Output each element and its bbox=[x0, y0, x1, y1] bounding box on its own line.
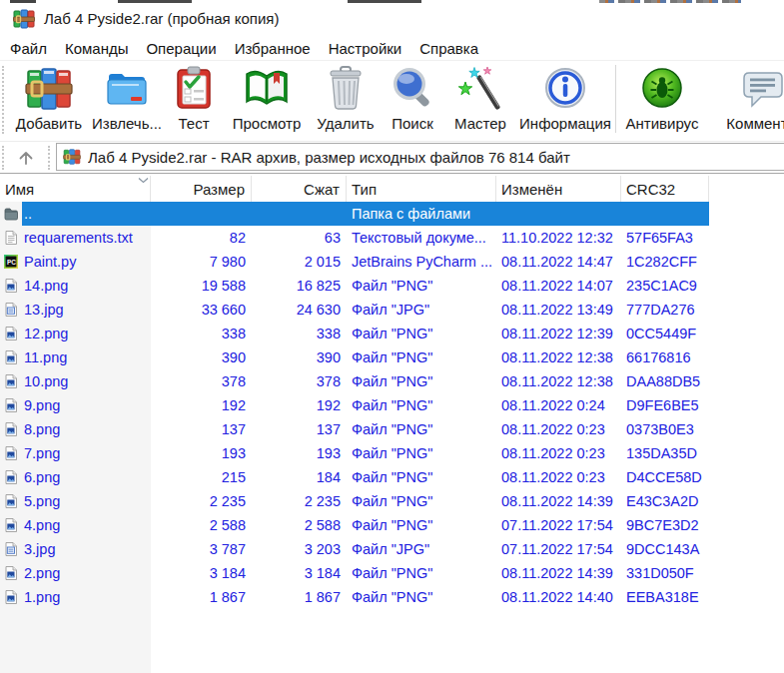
menu-item-help[interactable]: Справка bbox=[417, 39, 480, 58]
column-header-crc[interactable]: CRC32 bbox=[621, 176, 709, 202]
file-type: Файл "PNG" bbox=[347, 274, 496, 298]
file-crc bbox=[621, 202, 709, 226]
file-row[interactable]: 5.png2 2352 235Файл "PNG"08.11.2022 14:3… bbox=[0, 489, 709, 513]
file-icon-slot bbox=[0, 298, 22, 322]
toolbar-delete-button[interactable]: Удалить bbox=[310, 61, 382, 140]
file-modified: 08.11.2022 14:39 bbox=[496, 489, 621, 513]
file-type: Текстовый докуме... bbox=[347, 226, 496, 250]
file-packed: 3 184 bbox=[252, 561, 347, 585]
text-file-icon bbox=[3, 230, 19, 246]
file-row[interactable]: 3.jpg3 7873 203Файл "JPG"07.11.2022 17:5… bbox=[0, 537, 709, 561]
toolbar-find-button[interactable]: Поиск bbox=[382, 61, 443, 140]
file-size: 2 235 bbox=[151, 489, 252, 513]
file-type: Файл "PNG" bbox=[347, 345, 496, 369]
file-icon-slot bbox=[0, 561, 22, 585]
file-name-cell: 9.png bbox=[0, 393, 151, 417]
png-file-icon bbox=[3, 349, 19, 365]
sort-chevron-down-icon bbox=[138, 177, 149, 184]
file-packed bbox=[252, 202, 347, 226]
menu-item-options[interactable]: Настройки bbox=[327, 39, 404, 58]
address-bar-divider bbox=[0, 173, 784, 174]
file-row[interactable]: 1.png1 8671 867Файл "PNG"08.11.2022 14:4… bbox=[0, 585, 709, 609]
file-type: Папка с файлами bbox=[347, 202, 496, 226]
file-row[interactable]: 12.png338338Файл "PNG"08.11.2022 12:390C… bbox=[0, 322, 709, 345]
file-row[interactable]: 7.png193193Файл "PNG"08.11.2022 0:23135D… bbox=[0, 441, 709, 465]
menu-item-file[interactable]: Файл bbox=[8, 39, 49, 58]
toolbar-test-button[interactable]: Тест bbox=[164, 61, 224, 140]
file-crc: 66176816 bbox=[621, 345, 709, 369]
file-row[interactable]: 13.jpg33 66024 630Файл "JPG"08.11.2022 1… bbox=[0, 298, 709, 322]
menu-bar: ФайлКомандыОперацииИзбранноеНастройкиСпр… bbox=[0, 36, 784, 61]
file-name: 13.jpg bbox=[22, 298, 151, 322]
column-header-size[interactable]: Размер bbox=[151, 176, 252, 202]
file-name-cell: 13.jpg bbox=[0, 298, 151, 322]
file-row[interactable]: 8.png137137Файл "PNG"08.11.2022 0:230373… bbox=[0, 417, 709, 441]
file-row[interactable]: requarements.txt8263Текстовый докуме...1… bbox=[0, 226, 709, 250]
address-field-grip[interactable] bbox=[48, 146, 50, 170]
file-size: 33 660 bbox=[151, 298, 252, 322]
file-row[interactable]: 10.png378378Файл "PNG"08.11.2022 12:38DA… bbox=[0, 369, 709, 393]
file-crc: E43C3A2D bbox=[621, 489, 709, 513]
wizard-wand-icon bbox=[456, 64, 504, 112]
toolbar-view-label: Просмотр bbox=[233, 115, 302, 132]
png-file-icon bbox=[3, 278, 19, 294]
file-name-cell: 12.png bbox=[0, 322, 151, 345]
file-icon-slot bbox=[0, 202, 22, 226]
svg-text:PC: PC bbox=[7, 259, 16, 266]
column-header-name[interactable]: Имя bbox=[0, 176, 151, 202]
archive-path-field[interactable]: Лаб 4 Pyside2.rar - RAR архив, размер ис… bbox=[56, 143, 784, 171]
png-file-icon bbox=[3, 517, 19, 533]
column-header-packed[interactable]: Сжат bbox=[252, 176, 347, 202]
file-packed: 63 bbox=[252, 226, 347, 250]
toolbar-extract-label: Извлечь... bbox=[92, 115, 162, 132]
toolbar-grip[interactable] bbox=[2, 66, 4, 134]
png-file-icon bbox=[3, 421, 19, 437]
toolbar-info-label: Информация bbox=[519, 115, 611, 132]
file-row[interactable]: 11.png390390Файл "PNG"08.11.2022 12:3866… bbox=[0, 345, 709, 369]
menu-item-operations[interactable]: Операции bbox=[144, 39, 218, 58]
file-row[interactable]: 14.png19 58816 825Файл "PNG"08.11.2022 1… bbox=[0, 274, 709, 298]
up-one-level-button[interactable] bbox=[10, 144, 42, 172]
file-name-cell: 3.jpg bbox=[0, 537, 151, 561]
file-row[interactable]: 9.png192192Файл "PNG"08.11.2022 0:24D9FE… bbox=[0, 393, 709, 417]
file-type: Файл "PNG" bbox=[347, 465, 496, 489]
file-type: Файл "PNG" bbox=[347, 561, 496, 585]
file-modified: 08.11.2022 14:07 bbox=[496, 274, 621, 298]
file-name: 8.png bbox=[22, 417, 151, 441]
file-modified: 08.11.2022 14:39 bbox=[496, 561, 621, 585]
file-crc: 1C282CFF bbox=[621, 250, 709, 274]
address-bar-grip[interactable] bbox=[2, 146, 4, 170]
file-row[interactable]: 4.png2 5882 588Файл "PNG"07.11.2022 17:5… bbox=[0, 513, 709, 537]
file-name-cell: requarements.txt bbox=[0, 226, 151, 250]
column-header-modified[interactable]: Изменён bbox=[496, 176, 621, 202]
file-crc: D4CCE58D bbox=[621, 465, 709, 489]
menu-item-commands[interactable]: Команды bbox=[63, 39, 131, 58]
toolbar-antivirus-button[interactable]: Антивирус bbox=[618, 61, 706, 140]
file-packed: 1 867 bbox=[252, 585, 347, 609]
file-packed: 2 588 bbox=[252, 513, 347, 537]
toolbar-wizard-button[interactable]: Мастер bbox=[443, 61, 517, 140]
menu-item-favorites[interactable]: Избранное bbox=[233, 39, 313, 58]
toolbar-extract-button[interactable]: Извлечь... bbox=[90, 61, 164, 140]
file-row[interactable]: 2.png3 1843 184Файл "PNG"08.11.2022 14:3… bbox=[0, 561, 709, 585]
toolbar-delete-label: Удалить bbox=[317, 115, 374, 132]
toolbar-view-button[interactable]: Просмотр bbox=[224, 61, 310, 140]
extract-folder-icon bbox=[103, 64, 151, 112]
toolbar-comment-button[interactable]: Коммента bbox=[706, 61, 784, 140]
column-header-type[interactable]: Тип bbox=[347, 176, 496, 202]
toolbar-add-button[interactable]: Добавить bbox=[8, 61, 90, 140]
file-name-cell: 4.png bbox=[0, 513, 151, 537]
file-packed: 193 bbox=[252, 441, 347, 465]
toolbar-comment-label: Коммента bbox=[726, 115, 784, 132]
file-row[interactable]: PCPaint.py7 9802 015JetBrains PyCharm ..… bbox=[0, 250, 709, 274]
file-icon-slot bbox=[0, 465, 22, 489]
file-row-selected[interactable]: ..Папка с файлами bbox=[0, 202, 709, 226]
file-row[interactable]: 6.png215184Файл "PNG"08.11.2022 0:23D4CC… bbox=[0, 465, 709, 489]
file-name: requarements.txt bbox=[22, 226, 151, 250]
file-crc: DAA88DB5 bbox=[621, 369, 709, 393]
toolbar-info-button[interactable]: Информация bbox=[517, 61, 613, 140]
file-crc: 235C1AC9 bbox=[621, 274, 709, 298]
file-name: 2.png bbox=[22, 561, 151, 585]
file-modified: 08.11.2022 13:49 bbox=[496, 298, 621, 322]
file-packed: 184 bbox=[252, 465, 347, 489]
